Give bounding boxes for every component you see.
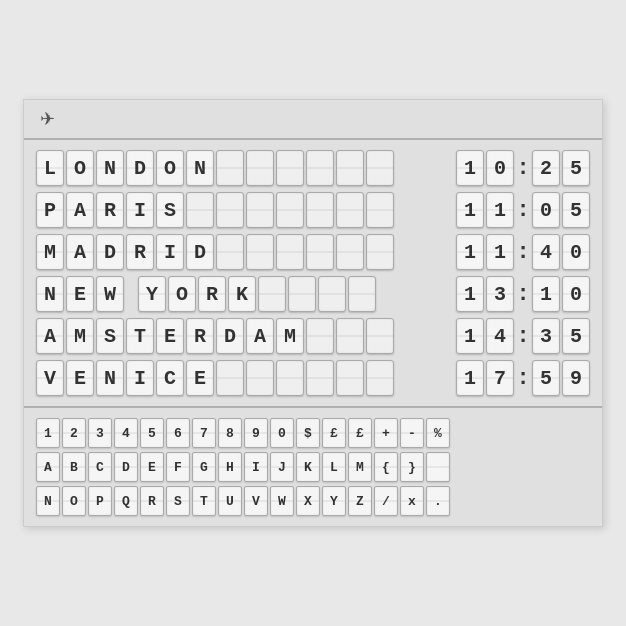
time-cell: 1 bbox=[486, 192, 514, 228]
time-cells: 11:40 bbox=[456, 234, 590, 270]
dest-cell: R bbox=[186, 318, 214, 354]
alpha-cell: 0 bbox=[270, 418, 294, 448]
alpha-cell: £ bbox=[348, 418, 372, 448]
flight-row: MADRID11:40 bbox=[36, 234, 590, 270]
dest-cell: Y bbox=[138, 276, 166, 312]
empty-cell bbox=[366, 150, 394, 186]
alpha-cell: K bbox=[296, 452, 320, 482]
alpha-cell: U bbox=[218, 486, 242, 516]
dest-cell: I bbox=[126, 360, 154, 396]
destination-cells: MADRID bbox=[36, 234, 456, 270]
alpha-cell: H bbox=[218, 452, 242, 482]
dest-cell: D bbox=[186, 234, 214, 270]
empty-cell bbox=[348, 276, 376, 312]
dest-cell: M bbox=[36, 234, 64, 270]
dest-cell: R bbox=[126, 234, 154, 270]
alpha-cell: 4 bbox=[114, 418, 138, 448]
dest-cell: A bbox=[66, 192, 94, 228]
colon: : bbox=[516, 360, 530, 396]
alpha-cell: % bbox=[426, 418, 450, 448]
alpha-cell: 1 bbox=[36, 418, 60, 448]
dest-cell: T bbox=[126, 318, 154, 354]
flights-section: LONDON10:25PARIS11:05MADRID11:40NEWYORK1… bbox=[24, 140, 602, 408]
time-cell: 4 bbox=[486, 318, 514, 354]
alpha-cell: $ bbox=[296, 418, 320, 448]
alpha-cell: - bbox=[400, 418, 424, 448]
destination-header: ✈ bbox=[40, 108, 546, 130]
time-cell: 5 bbox=[562, 318, 590, 354]
empty-cell bbox=[306, 234, 334, 270]
time-cell: 5 bbox=[532, 360, 560, 396]
alpha-cell: M bbox=[348, 452, 372, 482]
dest-cell: O bbox=[156, 150, 184, 186]
empty-cell bbox=[366, 234, 394, 270]
empty-cell bbox=[306, 192, 334, 228]
dest-cell: O bbox=[66, 150, 94, 186]
dest-cell bbox=[216, 234, 244, 270]
plane-icon: ✈ bbox=[40, 108, 55, 130]
alpha-cell: Q bbox=[114, 486, 138, 516]
dest-cell bbox=[216, 360, 244, 396]
dest-cell bbox=[276, 360, 304, 396]
alpha-cell: / bbox=[374, 486, 398, 516]
alpha-cell: D bbox=[114, 452, 138, 482]
time-cell: 1 bbox=[456, 318, 484, 354]
empty-cell bbox=[306, 150, 334, 186]
dest-cell bbox=[246, 234, 274, 270]
alpha-cell: F bbox=[166, 452, 190, 482]
alpha-cell: X bbox=[296, 486, 320, 516]
time-cell: 0 bbox=[562, 234, 590, 270]
alpha-cell: 3 bbox=[88, 418, 112, 448]
alpha-cell: S bbox=[166, 486, 190, 516]
empty-cell bbox=[318, 276, 346, 312]
empty-cell bbox=[306, 318, 334, 354]
colon: : bbox=[516, 192, 530, 228]
colon: : bbox=[516, 234, 530, 270]
empty-cell bbox=[336, 150, 364, 186]
alpha-cell: Z bbox=[348, 486, 372, 516]
dest-cell: W bbox=[96, 276, 124, 312]
alpha-cell: 2 bbox=[62, 418, 86, 448]
alpha-cell: I bbox=[244, 452, 268, 482]
time-cell: 3 bbox=[532, 318, 560, 354]
dest-cell: P bbox=[36, 192, 64, 228]
time-cells: 11:05 bbox=[456, 192, 590, 228]
empty-cell bbox=[288, 276, 316, 312]
alpha-cell: x bbox=[400, 486, 424, 516]
dest-cell: E bbox=[66, 360, 94, 396]
dest-cell bbox=[216, 150, 244, 186]
destination-cells: NEWYORK bbox=[36, 276, 456, 312]
dest-cell bbox=[186, 192, 214, 228]
alpha-cell: 9 bbox=[244, 418, 268, 448]
time-cell: 1 bbox=[532, 276, 560, 312]
dest-cell: R bbox=[96, 192, 124, 228]
colon: : bbox=[516, 318, 530, 354]
time-cell: 0 bbox=[486, 150, 514, 186]
time-cell: 1 bbox=[486, 234, 514, 270]
dest-cell: E bbox=[186, 360, 214, 396]
dest-cell: M bbox=[66, 318, 94, 354]
dest-cell: N bbox=[96, 150, 124, 186]
alpha-cell: A bbox=[36, 452, 60, 482]
flight-row: VENICE17:59 bbox=[36, 360, 590, 396]
dest-cell: A bbox=[66, 234, 94, 270]
time-cell: 7 bbox=[486, 360, 514, 396]
alpha-cell: G bbox=[192, 452, 216, 482]
dest-cell bbox=[246, 150, 274, 186]
dest-cell bbox=[126, 276, 136, 312]
alpha-cell: E bbox=[140, 452, 164, 482]
dest-cell bbox=[246, 360, 274, 396]
alpha-cell bbox=[426, 452, 450, 482]
dest-cell: N bbox=[186, 150, 214, 186]
dest-cell: S bbox=[96, 318, 124, 354]
empty-cell bbox=[336, 318, 364, 354]
alpha-cell: { bbox=[374, 452, 398, 482]
dest-cell: N bbox=[36, 276, 64, 312]
alpha-cell: R bbox=[140, 486, 164, 516]
dest-cell: V bbox=[36, 360, 64, 396]
alpha-cell: P bbox=[88, 486, 112, 516]
dest-cell bbox=[276, 234, 304, 270]
time-cells: 13:10 bbox=[456, 276, 590, 312]
alpha-row: NOPQRSTUVWXYZ/x. bbox=[36, 486, 590, 516]
alpha-cell: B bbox=[62, 452, 86, 482]
